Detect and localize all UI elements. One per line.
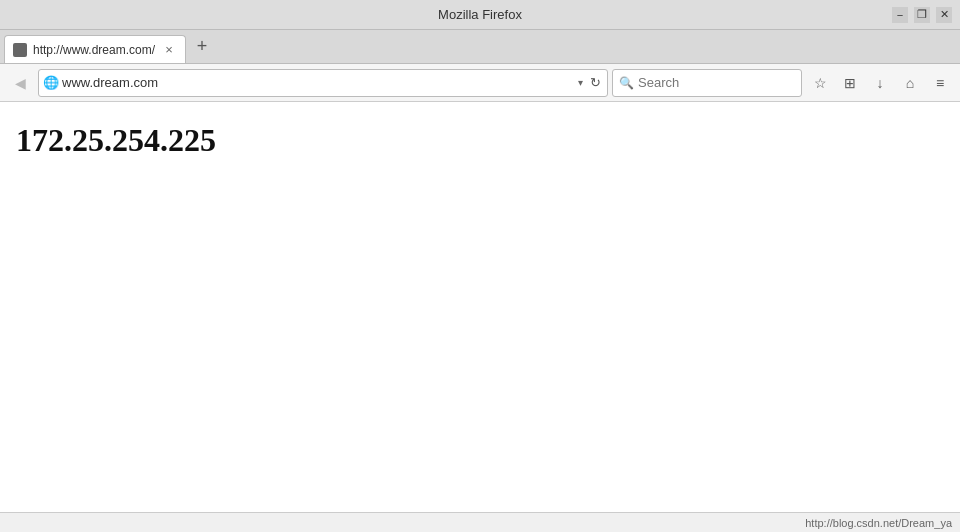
status-url: http://blog.csdn.net/Dream_ya <box>805 517 952 529</box>
bookmark-button[interactable]: ☆ <box>806 69 834 97</box>
nav-actions: ☆ ⊞ ↓ ⌂ ≡ <box>806 69 954 97</box>
home-button[interactable]: ⌂ <box>896 69 924 97</box>
back-button[interactable]: ◀ <box>6 69 34 97</box>
tab-favicon-icon <box>13 43 27 57</box>
bookmark-icon: ☆ <box>814 75 827 91</box>
search-icon: 🔍 <box>619 76 634 90</box>
window-title: Mozilla Firefox <box>438 7 522 22</box>
new-tab-button[interactable]: + <box>188 33 216 61</box>
menu-button[interactable]: ≡ <box>926 69 954 97</box>
menu-icon: ≡ <box>936 75 944 91</box>
tab-active[interactable]: http://www.dream.com/ × <box>4 35 186 63</box>
address-input[interactable] <box>62 75 573 90</box>
tab-close-button[interactable]: × <box>161 42 177 58</box>
home-icon: ⌂ <box>906 75 914 91</box>
status-bar: http://blog.csdn.net/Dream_ya <box>0 512 960 532</box>
close-button[interactable]: ✕ <box>936 7 952 23</box>
address-bar[interactable]: 🌐 ▾ ↻ <box>38 69 608 97</box>
bookmarks-toolbar-button[interactable]: ⊞ <box>836 69 864 97</box>
window-controls: − ❐ ✕ <box>892 7 952 23</box>
nav-bar: ◀ 🌐 ▾ ↻ 🔍 ☆ ⊞ ↓ ⌂ ≡ <box>0 64 960 102</box>
globe-icon: 🌐 <box>43 75 59 90</box>
search-bar[interactable]: 🔍 <box>612 69 802 97</box>
download-button[interactable]: ↓ <box>866 69 894 97</box>
minimize-button[interactable]: − <box>892 7 908 23</box>
dropdown-icon: ▾ <box>578 77 583 88</box>
back-icon: ◀ <box>15 75 26 91</box>
reload-icon: ↻ <box>590 75 601 90</box>
restore-button[interactable]: ❐ <box>914 7 930 23</box>
reload-button[interactable]: ↻ <box>588 75 603 90</box>
bookmarks-toolbar-icon: ⊞ <box>844 75 856 91</box>
tab-bar: http://www.dream.com/ × + <box>0 30 960 64</box>
ip-address-text: 172.25.254.225 <box>16 122 944 159</box>
page-content: 172.25.254.225 <box>0 102 960 512</box>
download-icon: ↓ <box>877 75 884 91</box>
address-dropdown-button[interactable]: ▾ <box>576 77 585 88</box>
title-bar: Mozilla Firefox − ❐ ✕ <box>0 0 960 30</box>
tab-label: http://www.dream.com/ <box>33 43 155 57</box>
search-input[interactable] <box>638 75 768 90</box>
